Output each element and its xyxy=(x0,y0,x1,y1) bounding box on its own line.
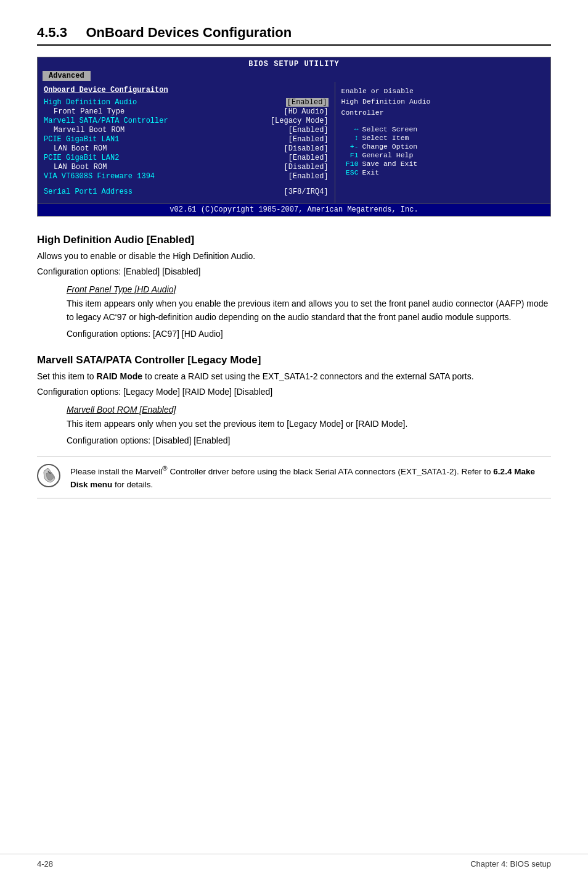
bios-label-mbrom: Marvell Boot ROM xyxy=(44,126,125,134)
note-bold-ref: 6.2.4 Make Disk menu xyxy=(70,466,535,489)
bios-row-via[interactable]: VIA VT6308S Fireware 1394 [Enabled] xyxy=(44,172,329,181)
key-desc-screen: Select Screen xyxy=(362,125,418,133)
key-sym-change: +- xyxy=(341,142,359,151)
bios-label-lanrom1: LAN Boot ROM xyxy=(44,144,107,153)
hda-heading: High Definition Audio [Enabled] xyxy=(37,234,551,246)
bios-row-hda[interactable]: High Definition Audio [Enabled] xyxy=(44,98,329,107)
note-icon xyxy=(37,464,62,492)
bios-title: BIOS SETUP UTILITY xyxy=(38,57,550,70)
bios-value-via: [Enabled] xyxy=(288,172,329,181)
bios-right-panel: Enable or DisableHigh Definition AudioCo… xyxy=(335,82,550,203)
bios-keys: ↔ Select Screen ↕ Select Item +- Change … xyxy=(341,125,544,176)
marvell-heading-text: Marvell SATA/PATA Controller [Legacy Mod… xyxy=(37,354,261,366)
key-desc-item: Select Item xyxy=(362,134,409,142)
bios-key-row-screen: ↔ Select Screen xyxy=(341,125,544,133)
hda-subsection: Front Panel Type [HD Audio] This item ap… xyxy=(67,284,551,340)
bios-value-mbrom: [Enabled] xyxy=(288,126,329,134)
key-desc-f10: Save and Exit xyxy=(362,160,418,168)
bios-key-row-f10: F10 Save and Exit xyxy=(341,160,544,168)
key-desc-f1: General Help xyxy=(362,151,414,159)
key-sym-f10: F10 xyxy=(341,160,359,168)
bios-box: BIOS SETUP UTILITY Advanced Onboard Devi… xyxy=(37,57,551,217)
bios-key-row-change: +- Change Option xyxy=(341,142,544,151)
note-box: Please install the Marvell® Controller d… xyxy=(37,456,551,498)
bios-row-lanrom1[interactable]: LAN Boot ROM [Disabled] xyxy=(44,144,329,153)
marvell-subheading: Marvell Boot ROM [Enabled] xyxy=(67,405,551,415)
bios-value-lan1: [Enabled] xyxy=(288,135,329,144)
bios-row-lan2[interactable]: PCIE GigaBit LAN2 [Enabled] xyxy=(44,154,329,162)
section-marvell: Marvell SATA/PATA Controller [Legacy Mod… xyxy=(37,354,551,498)
footer-chapter: Chapter 4: BIOS setup xyxy=(470,859,551,868)
marvell-subpara-2: Configuration options: [Disabled] [Enabl… xyxy=(67,434,551,447)
bios-value-fpt: [HD Audio] xyxy=(284,107,329,116)
bios-label-hda: High Definition Audio xyxy=(44,98,137,107)
bios-row-lan1[interactable]: PCIE GigaBit LAN1 [Enabled] xyxy=(44,135,329,144)
hda-subheading: Front Panel Type [HD Audio] xyxy=(67,284,551,294)
hda-subpara-1: This item appears only when you enable t… xyxy=(67,297,551,324)
key-sym-f1: F1 xyxy=(341,151,359,159)
marvell-para-1: Set this item to RAID Mode to create a R… xyxy=(37,370,551,383)
marvell-subsection: Marvell Boot ROM [Enabled] This item app… xyxy=(67,405,551,447)
bios-label-fpt: Front Panel Type xyxy=(44,107,125,116)
bios-key-row-item: ↕ Select Item xyxy=(341,134,544,142)
bios-label-via: VIA VT6308S Fireware 1394 xyxy=(44,172,155,181)
section-heading-text: OnBoard Devices Configuration xyxy=(86,25,292,40)
bios-key-row-esc: ESC Exit xyxy=(341,168,544,176)
hda-para-1: Allows you to enable or disable the High… xyxy=(37,250,551,263)
hda-heading-text: High Definition Audio [Enabled] xyxy=(37,234,194,245)
bios-row-mbrom[interactable]: Marvell Boot ROM [Enabled] xyxy=(44,126,329,134)
bios-value-lan2: [Enabled] xyxy=(288,154,329,162)
section-title: 4.5.3 OnBoard Devices Configuration xyxy=(37,25,551,46)
bios-row-fpt[interactable]: Front Panel Type [HD Audio] xyxy=(44,107,329,116)
bios-tab-row: Advanced xyxy=(38,70,550,82)
bios-body: Onboard Device Configuraiton High Defini… xyxy=(38,82,550,203)
bios-value-serial: [3F8/IRQ4] xyxy=(284,188,329,196)
section-number: 4.5.3 xyxy=(37,25,67,40)
bios-row-lanrom2[interactable]: LAN Boot ROM [Disabled] xyxy=(44,163,329,171)
key-sym-screen: ↔ xyxy=(341,125,359,133)
hda-para-2: Configuration options: [Enabled] [Disabl… xyxy=(37,265,551,278)
bios-row-marvell[interactable]: Marvell SATA/PATA Controller [Legacy Mod… xyxy=(44,117,329,125)
page-footer: 4-28 Chapter 4: BIOS setup xyxy=(0,854,588,868)
bios-value-marvell: [Legacy Mode] xyxy=(271,117,329,125)
bios-footer: v02.61 (C)Copyright 1985-2007, American … xyxy=(38,203,550,216)
note-text: Please install the Marvell® Controller d… xyxy=(70,463,551,492)
marvell-para-2: Configuration options: [Legacy Mode] [RA… xyxy=(37,386,551,398)
marvell-bold: RAID Mode xyxy=(96,371,142,381)
bios-value-lanrom1: [Disabled] xyxy=(284,144,329,153)
bios-row-serial[interactable]: Serial Port1 Address [3F8/IRQ4] xyxy=(44,188,329,196)
section-hd-audio: High Definition Audio [Enabled] Allows y… xyxy=(37,234,551,340)
key-desc-change: Change Option xyxy=(362,142,418,151)
key-desc-esc: Exit xyxy=(362,168,380,176)
bios-help-text: Enable or DisableHigh Definition AudioCo… xyxy=(341,86,544,118)
footer-page-number: 4-28 xyxy=(37,859,53,868)
bios-label-serial: Serial Port1 Address xyxy=(44,188,133,196)
marvell-subpara-1: This item appears only when you set the … xyxy=(67,417,551,431)
bios-value-lanrom2: [Disabled] xyxy=(284,163,329,171)
bios-label-lan2: PCIE GigaBit LAN2 xyxy=(44,154,119,162)
key-sym-item: ↕ xyxy=(341,134,359,142)
key-sym-esc: ESC xyxy=(341,168,359,176)
bios-label-lan1: PCIE GigaBit LAN1 xyxy=(44,135,119,144)
bios-label-marvell: Marvell SATA/PATA Controller xyxy=(44,117,168,125)
bios-label-lanrom2: LAN Boot ROM xyxy=(44,163,107,171)
bios-left-panel: Onboard Device Configuraiton High Defini… xyxy=(38,82,335,203)
bios-section-label: Onboard Device Configuraiton xyxy=(44,86,329,94)
bios-value-hda: [Enabled] xyxy=(286,98,329,107)
bios-key-row-f1: F1 General Help xyxy=(341,151,544,159)
marvell-heading: Marvell SATA/PATA Controller [Legacy Mod… xyxy=(37,354,551,366)
bios-tab-advanced[interactable]: Advanced xyxy=(43,71,91,81)
hda-subpara-2: Configuration options: [AC97] [HD Audio] xyxy=(67,327,551,340)
